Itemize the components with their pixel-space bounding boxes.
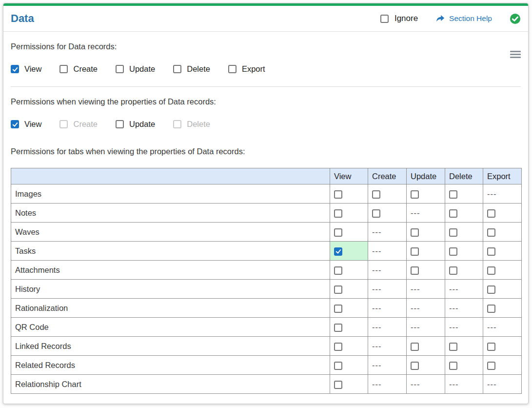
unchecked-checkbox-icon[interactable]	[487, 228, 495, 237]
unchecked-checkbox-icon[interactable]	[334, 381, 342, 389]
cell-images-delete[interactable]	[445, 184, 483, 204]
unchecked-checkbox-icon[interactable]	[411, 228, 419, 237]
unchecked-checkbox-icon[interactable]	[116, 65, 124, 73]
cell-notes-export[interactable]	[483, 204, 522, 223]
unchecked-checkbox-icon[interactable]	[487, 266, 495, 275]
cell-related-records-update[interactable]	[407, 356, 445, 375]
cell-relationship-chart-create: ---	[368, 375, 407, 394]
cell-attachments-export[interactable]	[483, 261, 522, 280]
unchecked-checkbox-icon[interactable]	[449, 209, 457, 218]
cell-tasks-delete[interactable]	[445, 242, 483, 261]
card-body: Permissions for Data records: ViewCreate…	[3, 42, 528, 403]
cell-tasks-update[interactable]	[407, 242, 445, 261]
cell-waves-view[interactable]	[330, 223, 368, 242]
unchecked-checkbox-icon[interactable]	[173, 65, 181, 73]
cell-qr-code-create: ---	[368, 318, 407, 337]
unchecked-checkbox-icon[interactable]	[449, 343, 457, 351]
unchecked-checkbox-icon[interactable]	[334, 305, 342, 313]
cell-notes-create[interactable]	[368, 204, 407, 223]
checked-checkbox-icon[interactable]	[11, 120, 19, 128]
unchecked-checkbox-icon[interactable]	[411, 190, 419, 199]
cell-related-records-export[interactable]	[483, 356, 522, 375]
unchecked-checkbox-icon[interactable]	[449, 190, 457, 199]
cell-images-update[interactable]	[407, 184, 445, 204]
cell-related-records-delete[interactable]	[445, 356, 483, 375]
cell-linked-records-view[interactable]	[330, 337, 368, 356]
cell-history-view[interactable]	[330, 280, 368, 299]
unchecked-checkbox-icon[interactable]	[334, 266, 342, 275]
unchecked-checkbox-icon[interactable]	[487, 209, 495, 218]
cell-history-create: ---	[368, 280, 407, 299]
cell-linked-records-export[interactable]	[483, 337, 522, 356]
unchecked-checkbox-icon[interactable]	[228, 65, 236, 73]
unchecked-checkbox-icon[interactable]	[372, 190, 380, 199]
row-label-history: History	[11, 280, 330, 299]
unchecked-checkbox-icon[interactable]	[334, 343, 342, 351]
cell-rationalization-export[interactable]	[483, 299, 522, 318]
cell-waves-update[interactable]	[407, 223, 445, 242]
unchecked-checkbox-icon[interactable]	[411, 247, 419, 256]
unchecked-checkbox-icon[interactable]	[334, 324, 342, 332]
cell-images-create[interactable]	[368, 184, 407, 204]
unchecked-checkbox-icon[interactable]	[372, 209, 380, 218]
cell-tasks-export[interactable]	[483, 242, 522, 261]
cell-qr-code-view[interactable]	[330, 318, 368, 337]
checkbox-export[interactable]: Export	[228, 64, 265, 74]
unchecked-checkbox-icon[interactable]	[487, 362, 495, 370]
unchecked-checkbox-icon[interactable]	[116, 120, 124, 128]
unchecked-checkbox-icon[interactable]	[334, 362, 342, 370]
checkbox-label: Delete	[187, 120, 210, 129]
cell-attachments-delete[interactable]	[445, 261, 483, 280]
checkbox-view[interactable]: View	[11, 120, 41, 129]
cell-notes-delete[interactable]	[445, 204, 483, 223]
checkbox-update[interactable]: Update	[116, 64, 155, 74]
cell-history-export[interactable]	[483, 280, 522, 299]
unchecked-checkbox-icon[interactable]	[449, 362, 457, 370]
unchecked-checkbox-icon[interactable]	[487, 305, 495, 313]
checkbox-delete[interactable]: Delete	[173, 64, 210, 74]
table-row: Rationalization---------	[11, 299, 522, 318]
cell-attachments-view[interactable]	[330, 261, 368, 280]
checked-checkbox-icon[interactable]	[334, 247, 342, 256]
divider	[11, 86, 521, 87]
cell-images-view[interactable]	[330, 184, 368, 204]
cell-rationalization-view[interactable]	[330, 299, 368, 318]
unchecked-checkbox-icon[interactable]	[334, 228, 342, 237]
unchecked-checkbox-icon[interactable]	[380, 15, 389, 23]
column-header-export: Export	[483, 168, 522, 184]
checkbox-view[interactable]: View	[11, 64, 41, 74]
cell-attachments-update[interactable]	[407, 261, 445, 280]
section-help-link[interactable]: Section Help	[435, 14, 492, 23]
unchecked-checkbox-icon[interactable]	[487, 247, 495, 256]
unchecked-checkbox-icon[interactable]	[449, 228, 457, 237]
section-menu-icon[interactable]	[510, 49, 521, 60]
unchecked-checkbox-icon[interactable]	[334, 286, 342, 294]
checkbox-update[interactable]: Update	[116, 120, 155, 129]
cell-notes-view[interactable]	[330, 204, 368, 223]
unchecked-checkbox-icon[interactable]	[411, 343, 419, 351]
cell-waves-export[interactable]	[483, 223, 522, 242]
checked-checkbox-icon[interactable]	[11, 65, 19, 73]
column-header-view: View	[330, 168, 368, 184]
cell-linked-records-delete[interactable]	[445, 337, 483, 356]
unchecked-checkbox-icon[interactable]	[59, 65, 68, 73]
checkbox-create[interactable]: Create	[59, 64, 98, 74]
ignore-checkbox-field[interactable]: Ignore	[380, 14, 418, 23]
unchecked-checkbox-icon[interactable]	[449, 247, 457, 256]
row-label-qr-code: QR Code	[11, 318, 330, 337]
cell-relationship-chart-delete: ---	[445, 375, 483, 394]
unchecked-checkbox-icon[interactable]	[487, 343, 495, 351]
cell-tasks-view[interactable]	[330, 242, 368, 261]
cell-linked-records-update[interactable]	[407, 337, 445, 356]
unchecked-checkbox-icon[interactable]	[334, 209, 342, 218]
unchecked-checkbox-icon[interactable]	[487, 286, 495, 294]
cell-related-records-view[interactable]	[330, 356, 368, 375]
unchecked-checkbox-icon[interactable]	[449, 266, 457, 275]
unchecked-checkbox-icon[interactable]	[411, 362, 419, 370]
unchecked-checkbox-icon[interactable]	[334, 190, 342, 199]
unchecked-checkbox-icon[interactable]	[411, 266, 419, 275]
cell-waves-delete[interactable]	[445, 223, 483, 242]
section-complete-check-icon	[510, 13, 521, 24]
cell-relationship-chart-view[interactable]	[330, 375, 368, 394]
table-row: Tasks---	[11, 242, 522, 261]
